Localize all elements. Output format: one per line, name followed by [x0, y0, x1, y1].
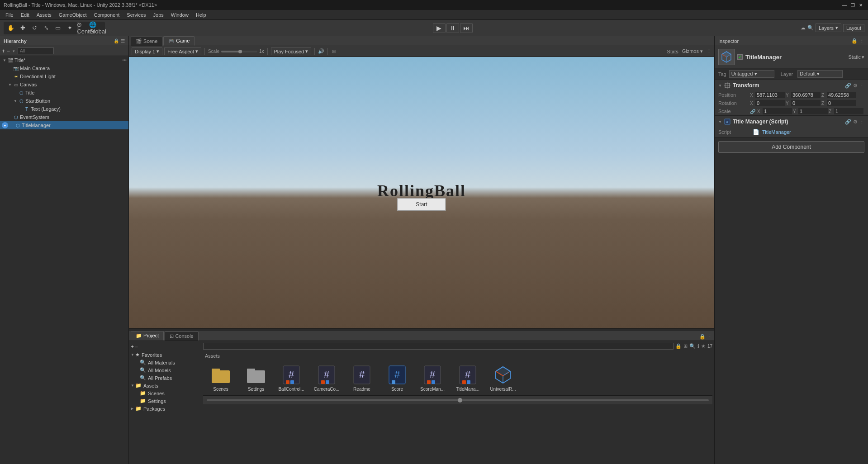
transform-gear-icon[interactable]: ⚙	[853, 83, 858, 89]
step-button[interactable]: ⏭	[460, 23, 473, 33]
search-btn[interactable]: 🔍	[807, 25, 814, 31]
tag-dropdown[interactable]: Untagged ▾	[729, 70, 774, 78]
minimize-btn[interactable]: —	[841, 1, 848, 9]
inspector-lock-icon[interactable]: 🔒	[851, 38, 858, 44]
assets-search-input[interactable]	[203, 343, 674, 350]
stats-btn[interactable]: Stats	[667, 49, 678, 54]
hierarchy-filter-icon[interactable]: ▾	[13, 49, 15, 53]
hierarchy-add-btn[interactable]: +	[2, 48, 5, 54]
asset-scoreman[interactable]: # ScoreMan...	[417, 362, 448, 393]
menu-jobs[interactable]: Jobs	[150, 11, 167, 19]
universal-tool[interactable]: ✦	[64, 23, 75, 33]
asset-score[interactable]: # Score	[381, 362, 413, 393]
rect-tool[interactable]: ▭	[52, 23, 63, 33]
hierarchy-search-input[interactable]	[18, 47, 54, 54]
asset-readme[interactable]: # Readme	[346, 362, 378, 393]
project-all-materials[interactable]: ▶ 🔍 All Materials	[129, 359, 201, 366]
hierarchy-item-eventsystem[interactable]: ▶ ⬡ EventSystem	[0, 113, 128, 121]
menu-assets[interactable]: Assets	[33, 11, 55, 19]
script-more-icon[interactable]: ⋮	[859, 119, 864, 125]
pos-y-input[interactable]	[791, 92, 821, 98]
bottom-menu-icon[interactable]: ⋮	[707, 334, 712, 340]
viewport-icon-btn[interactable]: ⊞	[332, 49, 336, 54]
move-tool[interactable]: ✚	[17, 23, 28, 33]
asset-universalr[interactable]: UniversalR...	[487, 362, 519, 393]
gizmos-btn[interactable]: Gizmos ▾	[682, 48, 703, 54]
project-settings[interactable]: ▶ 📁 Settings	[129, 397, 201, 405]
maximize-btn[interactable]: ❐	[849, 1, 856, 9]
menu-help[interactable]: Help	[192, 11, 210, 19]
tab-console[interactable]: ⊡ Console	[165, 331, 198, 341]
play-focused-dropdown[interactable]: Play Focused ▾	[271, 47, 312, 55]
transform-link-icon[interactable]: 🔗	[845, 83, 851, 89]
play-button[interactable]: ▶	[433, 23, 446, 33]
inspector-menu-icon[interactable]: ⋮	[859, 38, 864, 44]
assets-search-icon[interactable]: 🔍	[689, 343, 696, 349]
cloud-btn[interactable]: ☁	[801, 25, 806, 31]
hierarchy-item-title[interactable]: ▼ 🎬 Title* •••	[0, 56, 128, 64]
assets-info-icon[interactable]: ℹ	[697, 343, 699, 349]
inspector-active-checkbox[interactable]: ✓	[737, 54, 743, 60]
project-add-btn[interactable]: +	[131, 344, 134, 350]
menu-component[interactable]: Component	[90, 11, 123, 19]
layers-dropdown[interactable]: Layers ▾	[816, 24, 841, 32]
menu-edit[interactable]: Edit	[17, 11, 33, 19]
tab-project[interactable]: 📁 Project	[131, 331, 164, 341]
assets-slider-thumb[interactable]	[458, 398, 462, 402]
assets-grid-icon[interactable]: ⊞	[683, 343, 688, 349]
bottom-lock-icon[interactable]: 🔒	[699, 334, 706, 340]
scale-z-input[interactable]	[834, 108, 863, 114]
menu-gameobject[interactable]: GameObject	[55, 11, 90, 19]
assets-star-icon[interactable]: ★	[701, 343, 706, 349]
project-minus-btn[interactable]: −	[135, 344, 138, 350]
title-bar-controls[interactable]: — ❐ ✕	[841, 1, 864, 9]
asset-titlemana[interactable]: # TitleMana...	[452, 362, 484, 393]
pos-x-input[interactable]	[755, 92, 785, 98]
hierarchy-item-title-go[interactable]: ▶ ⬡ Title	[0, 89, 128, 97]
project-favorites-header[interactable]: ▼ ★ Favorites	[129, 351, 201, 359]
asset-scenes[interactable]: Scenes	[205, 362, 237, 393]
asset-ballcontrol[interactable]: # BallControl...	[275, 362, 307, 393]
rot-x-input[interactable]	[755, 100, 785, 106]
scale-slider[interactable]	[221, 51, 257, 52]
hierarchy-item-startbutton[interactable]: ▼ ⬡ StartButton	[0, 97, 128, 105]
pause-button[interactable]: ⏸	[446, 23, 459, 33]
hierarchy-item-canvas[interactable]: ▼ ▭ Canvas	[0, 80, 128, 89]
script-section-header[interactable]: ▼ # Title Manager (Script) 🔗 ⚙ ⋮	[715, 116, 868, 127]
start-button-game[interactable]: Start	[397, 198, 446, 211]
add-component-button[interactable]: Add Component	[718, 141, 864, 153]
script-link-icon[interactable]: 🔗	[845, 119, 851, 125]
asset-cameraco[interactable]: # CameraCo...	[311, 362, 342, 393]
scale-y-input[interactable]	[798, 108, 828, 114]
project-assets-header[interactable]: ▼ 📁 Assets	[129, 382, 201, 389]
hierarchy-menu-icon[interactable]: ☰	[121, 38, 125, 43]
sound-icon[interactable]: 🔊	[318, 48, 324, 54]
tab-game[interactable]: 🎮 Game	[163, 36, 194, 46]
scale-link-icon[interactable]: 🔗	[750, 109, 755, 114]
hierarchy-lock-icon[interactable]: 🔒	[114, 38, 119, 43]
aspect-dropdown[interactable]: Free Aspect ▾	[164, 47, 201, 55]
scale-x-input[interactable]	[763, 108, 792, 114]
hierarchy-item-dots[interactable]: •••	[123, 58, 127, 62]
global-btn[interactable]: 🌐 Global	[92, 23, 103, 33]
layer-dropdown[interactable]: Default ▾	[797, 70, 843, 78]
asset-settings[interactable]: Settings	[240, 362, 272, 393]
display-dropdown[interactable]: Display 1 ▾	[132, 47, 162, 55]
menu-file[interactable]: File	[2, 11, 17, 19]
layout-dropdown[interactable]: Layout	[843, 24, 864, 32]
project-all-prefabs[interactable]: ▶ 🔍 All Prefabs	[129, 374, 201, 382]
hierarchy-item-text-legacy[interactable]: ▶ T Text (Legacy)	[0, 105, 128, 113]
inspector-object-icon[interactable]	[718, 49, 735, 65]
tab-scene[interactable]: 🎬 Scene	[131, 37, 162, 46]
hierarchy-item-dir-light[interactable]: ▶ ☀ Directional Light	[0, 72, 128, 80]
scale-tool[interactable]: ⤡	[41, 23, 52, 33]
transform-section-header[interactable]: ▼ Transform 🔗 ⚙ ⋮	[715, 80, 868, 91]
project-all-models[interactable]: ▶ 🔍 All Models	[129, 366, 201, 374]
script-gear-icon[interactable]: ⚙	[853, 119, 858, 125]
menu-window[interactable]: Window	[167, 11, 192, 19]
menu-services[interactable]: Services	[123, 11, 149, 19]
rot-z-input[interactable]	[827, 100, 856, 106]
hand-tool[interactable]: ✋	[5, 23, 16, 33]
pos-z-input[interactable]	[827, 92, 856, 98]
project-packages[interactable]: ▶ 📁 Packages	[129, 405, 201, 412]
